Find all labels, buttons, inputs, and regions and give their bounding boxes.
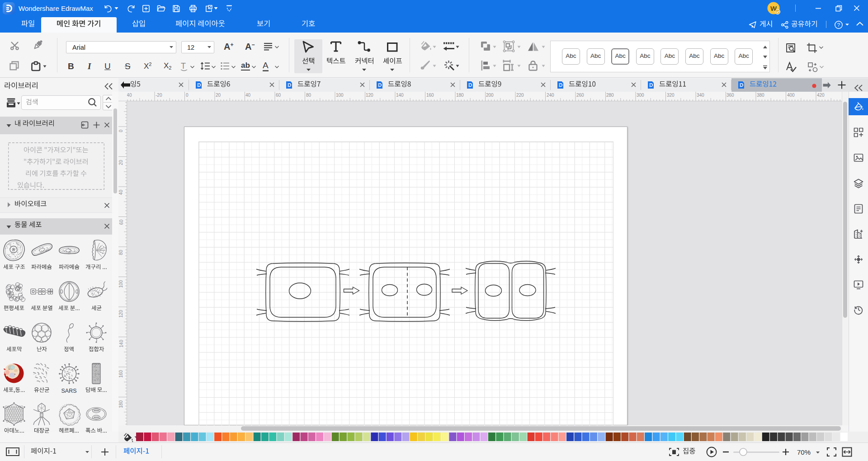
svg-text:80: 80 <box>306 93 311 98</box>
svg-text:40: 40 <box>118 190 123 195</box>
svg-text:240: 240 <box>547 93 554 98</box>
svg-text:140: 140 <box>396 93 404 98</box>
svg-text:-40: -40 <box>127 93 132 98</box>
svg-text:400: 400 <box>787 93 795 98</box>
svg-text:100: 100 <box>336 93 344 98</box>
svg-text:100: 100 <box>118 280 123 288</box>
svg-text:120: 120 <box>366 93 373 98</box>
svg-text:60: 60 <box>276 93 281 98</box>
svg-text:120: 120 <box>118 310 123 318</box>
svg-text:360: 360 <box>726 93 734 98</box>
svg-text:320: 320 <box>667 93 675 98</box>
svg-text:-20: -20 <box>156 93 162 98</box>
svg-text:180: 180 <box>456 93 464 98</box>
svg-text:300: 300 <box>637 93 644 98</box>
svg-text:0: 0 <box>118 130 123 132</box>
svg-text:160: 160 <box>118 370 123 378</box>
svg-text:280: 280 <box>606 93 614 98</box>
svg-text:40: 40 <box>245 93 251 98</box>
svg-text:180: 180 <box>118 400 123 408</box>
svg-text:220: 220 <box>516 93 524 98</box>
svg-text:420: 420 <box>817 93 825 98</box>
svg-text:380: 380 <box>757 93 764 98</box>
svg-text:160: 160 <box>426 93 434 98</box>
svg-text:80: 80 <box>118 250 123 255</box>
svg-text:200: 200 <box>486 93 494 98</box>
svg-text:60: 60 <box>119 220 124 225</box>
svg-text:260: 260 <box>576 93 584 98</box>
svg-text:340: 340 <box>697 93 704 98</box>
svg-text:140: 140 <box>119 340 124 348</box>
svg-text:20: 20 <box>216 93 221 98</box>
svg-text:20: 20 <box>118 160 123 165</box>
svg-text:0: 0 <box>186 93 189 98</box>
